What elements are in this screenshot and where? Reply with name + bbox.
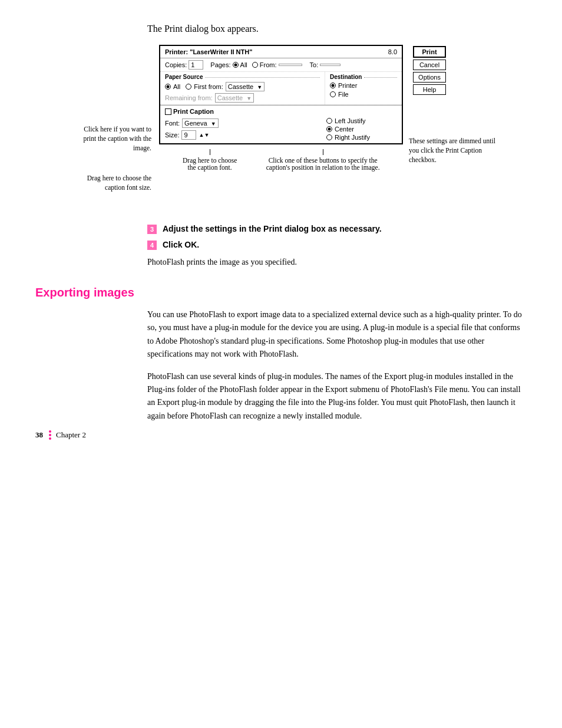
caption-right-justify: Left Justify Center Right Justify <box>326 117 397 141</box>
exporting-section: Exporting images You can use PhotoFlash … <box>35 286 527 423</box>
paper-first-radio[interactable] <box>186 84 191 90</box>
footer-dot-3 <box>49 437 51 440</box>
paper-source-label: Paper Source <box>165 74 203 80</box>
from-radio-circle <box>252 62 258 68</box>
bottom-annotation-font: Drag here to choosethe caption font. <box>183 149 237 171</box>
center-radio[interactable] <box>326 126 332 132</box>
intro-text: The Print dialog box appears. <box>147 24 527 34</box>
font-label: Font: <box>165 120 180 127</box>
dialog-area: Click here if you want to print the capt… <box>71 45 503 206</box>
step-3-text: Adjust the settings in the Print dialog … <box>163 224 382 233</box>
footer-dot-2 <box>49 434 51 436</box>
cancel-button[interactable]: Cancel <box>413 60 446 70</box>
steps-section: 3 Adjust the settings in the Print dialo… <box>147 224 527 250</box>
bottom-annotations: Drag here to choosethe caption font. Cli… <box>159 149 403 171</box>
options-button[interactable]: Options <box>413 72 446 83</box>
to-input[interactable] <box>320 64 340 66</box>
center-label: Center <box>335 126 354 133</box>
right-annotation: These settings are dimmed until you clic… <box>409 136 503 164</box>
help-button[interactable]: Help <box>413 84 446 95</box>
annotation-font-size: Drag here to choose the caption font siz… <box>71 173 156 192</box>
print-button[interactable]: Print <box>413 46 446 58</box>
caption-left-fields: Font: Geneva ▼ Size: 9 ▲▼ <box>165 118 320 140</box>
paper-first-label: First from: <box>194 83 223 90</box>
size-label: Size: <box>165 131 179 139</box>
copies-input[interactable]: 1 <box>189 60 203 70</box>
size-arrows[interactable]: ▲▼ <box>199 132 209 138</box>
printer-label: Printer: "LaserWriter II NTH" <box>165 48 252 55</box>
step-3-number: 3 <box>147 225 157 234</box>
paper-all-label: All <box>173 83 180 90</box>
right-annotation-text: These settings are dimmed until you clic… <box>409 137 495 163</box>
bottom-annotation-justify: Click one of these buttons to specify th… <box>243 149 403 171</box>
version-label: 8.0 <box>388 48 397 55</box>
dialog-buttons: Print Cancel Options Help <box>413 46 446 95</box>
paper-all-radio[interactable] <box>165 84 171 90</box>
remaining-label: Remaining from: <box>165 94 213 101</box>
body-paragraph-2: PhotoFlash can use several kinds of plug… <box>147 370 527 423</box>
intro-text-label: The Print dialog box appears. <box>147 24 259 34</box>
cassette-value: Cassette <box>228 83 253 90</box>
to-label: To: <box>310 61 319 68</box>
chapter-label: Chapter 2 <box>56 430 86 440</box>
printer-radio[interactable] <box>330 83 336 88</box>
font-select[interactable]: Geneva ▼ <box>182 118 219 128</box>
copies-label: Copies: <box>165 61 187 68</box>
body-paragraph-1: You can use PhotoFlash to export image d… <box>147 308 527 361</box>
right-justify-label: Right Justify <box>335 134 370 141</box>
left-justify-radio[interactable] <box>326 118 332 124</box>
left-annotations: Click here if you want to print the capt… <box>71 92 156 203</box>
from-label: From: <box>260 61 277 68</box>
bottom-annotation-font-text: Drag here to choosethe caption font. <box>183 157 237 171</box>
file-radio-label: File <box>338 91 349 98</box>
after-steps-label: PhotoFlash prints the image as you speci… <box>147 258 297 266</box>
file-radio[interactable] <box>330 91 336 97</box>
caption-row: Font: Geneva ▼ Size: 9 ▲▼ <box>165 117 397 141</box>
printer-radio-label: Printer <box>338 82 357 89</box>
body-text-1: You can use PhotoFlash to export image d… <box>147 310 522 358</box>
from-input[interactable] <box>279 64 302 66</box>
page-footer: 38 Chapter 2 <box>35 430 527 440</box>
pages-label: Pages: <box>210 61 230 68</box>
size-input[interactable]: 9 <box>181 130 196 140</box>
remaining-arrow: ▼ <box>246 95 252 101</box>
caption-section: Print Caption Font: Geneva ▼ <box>160 105 402 143</box>
paper-destination-section: Paper Source All First from: Cassette ▼ <box>160 72 402 105</box>
cassette-arrow: ▼ <box>257 84 262 90</box>
footer-dot-1 <box>49 430 51 433</box>
annotation-font-size-text: Drag here to choose the caption font siz… <box>87 174 151 191</box>
step-4-number: 4 <box>147 241 157 250</box>
bottom-annotation-justify-text: Click one of these buttons to specify th… <box>266 157 380 171</box>
all-radio-label: All <box>240 61 247 68</box>
copies-pages-row: Copies: 1 Pages: All From: To: <box>160 58 402 72</box>
pages-from-radio[interactable]: From: <box>252 61 302 68</box>
dialog-wrapper: Click here if you want to print the capt… <box>71 45 503 206</box>
step-4: 4 Click OK. <box>147 240 527 250</box>
remaining-value: Cassette <box>217 94 243 101</box>
paper-source-section: Paper Source All First from: Cassette ▼ <box>160 72 325 104</box>
left-justify-label: Left Justify <box>335 117 366 124</box>
after-steps-text: PhotoFlash prints the image as you speci… <box>147 256 527 268</box>
print-dialog: Print Cancel Options Help Printer: "Lase… <box>159 45 403 144</box>
section-heading: Exporting images <box>35 286 527 299</box>
print-caption-label: Print Caption <box>173 108 214 115</box>
font-arrow: ▼ <box>211 121 216 127</box>
page-number: 38 <box>35 430 43 440</box>
step-4-text: Click OK. <box>163 240 199 249</box>
font-value: Geneva <box>184 120 207 127</box>
cassette-select[interactable]: Cassette ▼ <box>226 82 265 91</box>
print-caption-checkbox[interactable] <box>165 108 171 115</box>
all-radio-circle <box>233 62 239 68</box>
annotation-caption-checkbox: Click here if you want to print the capt… <box>71 124 156 153</box>
caption-header: Print Caption <box>165 108 397 115</box>
step-3: 3 Adjust the settings in the Print dialo… <box>147 224 527 234</box>
remaining-select: Cassette ▼ <box>215 93 254 103</box>
right-justify-radio[interactable] <box>326 134 332 140</box>
dialog-header: Printer: "LaserWriter II NTH" 8.0 <box>160 46 402 58</box>
footer-dots <box>49 430 51 440</box>
pages-all-radio[interactable]: All <box>233 61 247 68</box>
destination-section: Destination Printer File <box>325 72 402 104</box>
annotation-caption-text: Click here if you want to print the capt… <box>83 126 151 151</box>
destination-label: Destination <box>330 74 362 80</box>
body-text-2: PhotoFlash can use several kinds of plug… <box>147 372 521 420</box>
